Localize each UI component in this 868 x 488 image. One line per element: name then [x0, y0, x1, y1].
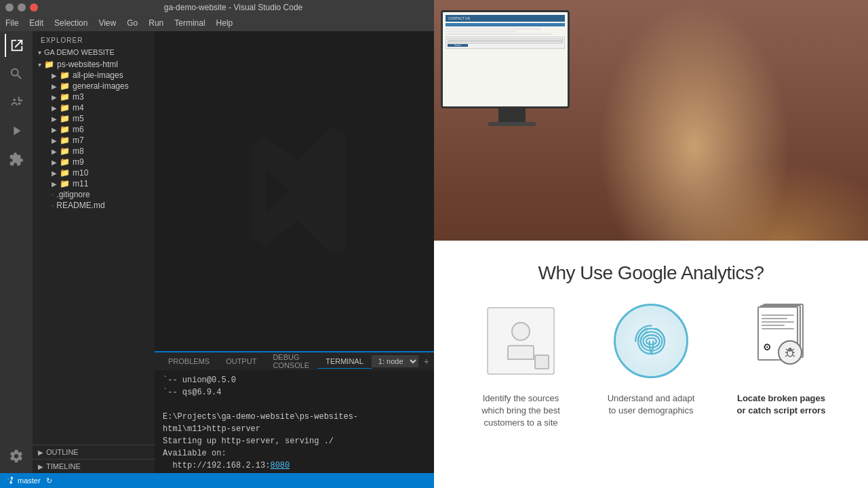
- feature-text-line1: Locate broken pages: [737, 393, 825, 403]
- titlebar: ga-demo-website - Visual Studio Code: [0, 0, 434, 15]
- tree-item-general-images[interactable]: ▶ 📁 general-images: [33, 81, 155, 92]
- folder-label: m9: [73, 157, 84, 167]
- activity-bar: [0, 31, 33, 473]
- explorer-activity-icon[interactable]: [5, 34, 28, 57]
- explorer-header: Explorer: [33, 31, 155, 47]
- terminal-line: `-- qs@6.9.4: [163, 386, 426, 399]
- menu-view[interactable]: View: [98, 18, 116, 28]
- git-branch-indicator[interactable]: master: [5, 476, 41, 485]
- feature-text-line2: which bring the best: [481, 405, 560, 415]
- sync-button[interactable]: ↻: [46, 476, 52, 485]
- slide-panel: Why Use Google Analytics? Identify the s…: [434, 241, 868, 488]
- maximize-button[interactable]: [18, 3, 26, 12]
- folder-arrow-icon: ▶: [52, 104, 57, 112]
- feature-card-bugs: ⚙ Locate broken pages or catch script er…: [727, 300, 835, 417]
- folder-arrow-icon: ▶: [52, 115, 57, 123]
- timeline-section[interactable]: ▶ TIMELINE: [33, 459, 155, 473]
- terminal-content[interactable]: `-- union@0.5.0 `-- qs@6.9.4 E:\Projects…: [155, 370, 434, 473]
- menu-edit[interactable]: Edit: [29, 18, 43, 28]
- close-button[interactable]: [30, 3, 38, 12]
- website-button: Submit: [448, 44, 468, 47]
- outline-section[interactable]: ▶ OUTLINE: [33, 445, 155, 459]
- folder-label: m7: [73, 136, 84, 145]
- website-content-block: [446, 28, 541, 30]
- folder-label: m5: [73, 114, 84, 123]
- tree-item-m6[interactable]: ▶ 📁 m6: [33, 124, 155, 135]
- folder-arrow-icon: ▶: [52, 126, 57, 134]
- tree-item-m3[interactable]: ▶ 📁 m3: [33, 92, 155, 102]
- slide-title: Why Use Google Analytics?: [434, 241, 868, 300]
- tree-item-m5[interactable]: ▶ 📁 m5: [33, 113, 155, 124]
- feature-text-demographics: Understand and adapt to user demographic…: [608, 392, 695, 417]
- bug-svg-icon: [783, 346, 797, 359]
- website-form: Submit: [446, 37, 565, 49]
- file-icon: ·: [52, 201, 54, 210]
- tab-problems[interactable]: PROBLEMS: [160, 354, 218, 369]
- terminal-line: `-- union@0.5.0: [163, 374, 426, 386]
- monitor-frame: CONTACT US Submit: [441, 10, 570, 108]
- tab-output[interactable]: OUTPUT: [218, 354, 264, 369]
- folder-label: m4: [73, 103, 84, 113]
- titlebar-controls: [5, 3, 38, 12]
- feature-text-bugs: Locate broken pages or catch script erro…: [737, 392, 826, 417]
- tree-item-readme[interactable]: · README.md: [33, 200, 155, 211]
- feature-text-line1: Understand and adapt: [608, 393, 695, 403]
- main-area: Explorer ▾ GA DEMO WEBSITE ▾ 📁 ps-websit…: [0, 31, 434, 473]
- run-debug-activity-icon[interactable]: [5, 119, 28, 142]
- right-panel: CONTACT US Submit Why Use Google Analyti…: [434, 0, 868, 488]
- tab-terminal[interactable]: TERMINAL: [317, 354, 372, 369]
- project-section[interactable]: ▾ GA DEMO WEBSITE: [33, 47, 155, 58]
- sidebar-bottom: ▶ OUTLINE ▶ TIMELINE: [33, 445, 155, 473]
- tree-item-m11[interactable]: ▶ 📁 m11: [33, 178, 155, 189]
- folder-icon: 📁: [60, 146, 70, 156]
- tree-item-gitignore[interactable]: · .gitignore: [33, 189, 155, 200]
- terminal-tabs: PROBLEMS OUTPUT DEBUG CONSOLE TERMINAL 1…: [155, 352, 434, 370]
- fingerprint-circle-icon: [614, 304, 688, 378]
- doc-line-icon: [762, 314, 794, 316]
- folder-arrow-icon: ▶: [52, 83, 57, 90]
- terminal-add-button[interactable]: +: [424, 356, 429, 367]
- folder-icon: 📁: [60, 157, 70, 167]
- menu-terminal[interactable]: Terminal: [174, 18, 205, 28]
- tree-item-m9[interactable]: ▶ 📁 m9: [33, 157, 155, 167]
- extensions-activity-icon[interactable]: [5, 148, 28, 171]
- folder-arrow-icon: ▶: [52, 159, 57, 166]
- menu-run[interactable]: Run: [149, 18, 163, 28]
- outline-label: OUTLINE: [46, 448, 79, 456]
- terminal-instance-selector[interactable]: 1: node: [372, 355, 418, 367]
- terminal-line: [163, 399, 426, 411]
- feature-text-line1: Identify the sources: [483, 393, 559, 403]
- outline-arrow-icon: ▶: [38, 449, 43, 456]
- menu-help[interactable]: Help: [216, 18, 233, 28]
- terminal-line: E:\Projects\ga-demo-website\ps-websites-…: [163, 411, 426, 435]
- website-nav: [446, 23, 565, 26]
- menu-selection[interactable]: Selection: [54, 18, 87, 28]
- menu-go[interactable]: Go: [127, 18, 138, 28]
- feature-card-sources: Identify the sources which bring the bes…: [467, 300, 575, 430]
- doc-line-icon: [762, 318, 787, 319]
- file-label: .gitignore: [56, 190, 90, 199]
- tree-item-all-pie-images[interactable]: ▶ 📁 all-pie-images: [33, 70, 155, 81]
- minimize-button[interactable]: [5, 3, 14, 12]
- search-activity-icon[interactable]: [5, 62, 28, 85]
- tab-debug-console[interactable]: DEBUG CONSOLE: [264, 350, 317, 373]
- folder-label: m6: [73, 125, 84, 134]
- website-content-block: [446, 30, 517, 33]
- monitor-container: CONTACT US Submit: [441, 10, 583, 152]
- folder-icon: 📁: [60, 136, 70, 145]
- tree-item-ps-websites-html[interactable]: ▾ 📁 ps-websites-html: [33, 59, 155, 70]
- menu-file[interactable]: File: [5, 18, 18, 28]
- folder-arrow-icon: ▶: [52, 180, 57, 188]
- settings-activity-icon[interactable]: [5, 445, 28, 468]
- doc-line-icon: [762, 321, 794, 323]
- feature-icon-demographics: [610, 300, 692, 382]
- vscode-window: ga-demo-website - Visual Studio Code Fil…: [0, 0, 434, 488]
- folder-label: m10: [73, 168, 88, 178]
- document-pages-icon: ⚙: [757, 304, 805, 361]
- tree-item-m8[interactable]: ▶ 📁 m8: [33, 146, 155, 157]
- gear-icon: ⚙: [762, 342, 772, 352]
- source-control-activity-icon[interactable]: [5, 91, 28, 114]
- tree-item-m4[interactable]: ▶ 📁 m4: [33, 102, 155, 113]
- tree-item-m10[interactable]: ▶ 📁 m10: [33, 167, 155, 178]
- tree-item-m7[interactable]: ▶ 📁 m7: [33, 135, 155, 146]
